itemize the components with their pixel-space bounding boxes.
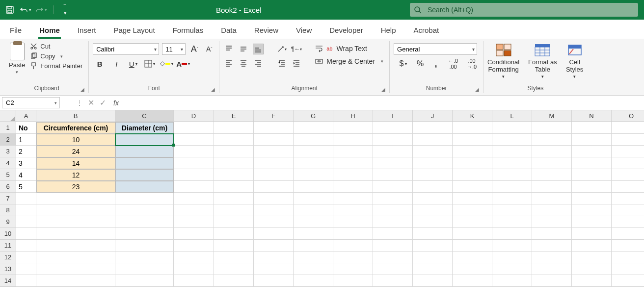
search-box[interactable]: Search (Alt+Q) [410,3,638,17]
cell[interactable] [453,228,492,240]
name-box[interactable]: C2▾ [2,97,60,108]
cell[interactable] [214,228,254,240]
cell[interactable]: 23 [36,181,115,193]
cell[interactable] [532,216,572,228]
cell[interactable] [333,240,373,252]
cell[interactable]: 12 [36,169,115,181]
row-header[interactable]: 12 [0,252,16,263]
percent-button[interactable]: % [414,58,426,70]
customize-qat[interactable]: ‾▾ [59,4,71,16]
cell[interactable]: 1 [16,134,36,146]
cell[interactable] [453,181,492,193]
cell[interactable] [16,204,36,216]
conditional-formatting-button[interactable]: Conditional Formatting▾ [487,43,519,79]
cell[interactable] [214,193,254,204]
cell[interactable] [492,228,532,240]
cell[interactable] [254,122,294,134]
cell[interactable] [115,134,174,146]
cell[interactable] [572,193,612,204]
cell[interactable] [373,263,413,275]
cell[interactable] [413,146,453,157]
cell[interactable] [492,204,532,216]
col-header[interactable]: K [453,110,492,122]
tab-help[interactable]: Help [380,22,397,39]
cell[interactable] [174,216,214,228]
cell[interactable] [36,240,115,252]
col-header[interactable]: H [333,110,373,122]
cell[interactable] [16,240,36,252]
cell[interactable] [254,263,294,275]
cell[interactable] [174,263,214,275]
decrease-decimal-button[interactable]: .00→.0 [464,58,479,70]
italic-button[interactable]: I [109,58,123,70]
number-format-combo[interactable]: General▾ [394,43,477,55]
rtl-button[interactable]: ¶←▾ [291,44,302,54]
cell[interactable] [254,169,294,181]
cell[interactable] [333,216,373,228]
cell[interactable] [254,134,294,146]
cell[interactable] [333,228,373,240]
cell[interactable] [453,169,492,181]
tab-view[interactable]: View [295,22,313,39]
cell[interactable] [612,157,644,169]
row-header[interactable]: 8 [0,204,16,216]
cell[interactable] [572,252,612,263]
cell[interactable] [532,157,572,169]
cell[interactable] [492,193,532,204]
cell[interactable] [572,216,612,228]
cell[interactable] [214,122,254,134]
cell[interactable]: Circumference (cm) [36,122,115,134]
row-header[interactable]: 9 [0,216,16,228]
cell[interactable] [294,228,333,240]
dialog-launcher-icon[interactable]: ◢ [80,87,84,92]
cell[interactable] [115,228,174,240]
cell[interactable]: 10 [36,134,115,146]
cell[interactable] [612,181,644,193]
format-painter-button[interactable]: Format Painter [28,62,84,70]
cell[interactable] [532,204,572,216]
row-header[interactable]: 5 [0,169,16,181]
accounting-button[interactable]: $▾ [396,58,410,70]
cell[interactable] [612,275,644,287]
col-header[interactable]: E [214,110,254,122]
cut-button[interactable]: Cut [28,42,84,50]
font-size-combo[interactable]: 11▾ [162,43,186,55]
cell[interactable] [492,134,532,146]
cell[interactable] [254,275,294,287]
align-top-button[interactable] [223,44,234,54]
cell[interactable] [612,240,644,252]
select-all-corner[interactable] [0,110,16,122]
paste-button[interactable]: Paste ▾ [9,41,25,75]
cell[interactable] [115,240,174,252]
cell[interactable] [532,263,572,275]
col-header[interactable]: G [294,110,333,122]
cell[interactable] [572,157,612,169]
increase-decimal-button[interactable]: ←.0.00 [446,58,460,70]
col-header[interactable]: N [572,110,612,122]
cell[interactable] [36,275,115,287]
save-button[interactable] [4,4,16,16]
cell[interactable] [36,216,115,228]
increase-font-button[interactable]: Aˆ [188,43,200,55]
cell[interactable] [174,204,214,216]
cell[interactable] [532,146,572,157]
cell[interactable] [612,146,644,157]
cell[interactable] [612,134,644,146]
cell[interactable]: 4 [16,169,36,181]
cell[interactable] [612,263,644,275]
row-header[interactable]: 2 [0,134,16,146]
col-header[interactable]: A [16,110,36,122]
cell[interactable] [36,204,115,216]
cell[interactable] [214,252,254,263]
cell[interactable] [294,169,333,181]
cell[interactable] [174,252,214,263]
cell[interactable] [115,275,174,287]
cell[interactable] [333,134,373,146]
cell[interactable] [333,181,373,193]
cell[interactable] [294,193,333,204]
cell[interactable] [373,122,413,134]
align-bottom-button[interactable] [253,44,264,54]
format-as-table-button[interactable]: Format as Table▾ [528,43,557,79]
tab-data[interactable]: Data [220,22,238,39]
cell-styles-button[interactable]: Cell Styles▾ [566,43,584,79]
